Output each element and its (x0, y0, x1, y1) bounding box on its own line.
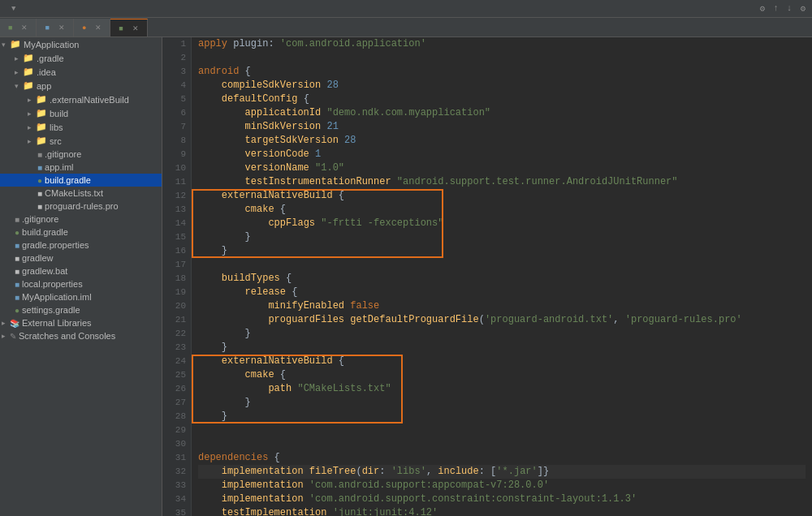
folder-icon: 📁 (23, 80, 34, 91)
sidebar-item-app[interactable]: ▾ 📁 app (0, 79, 162, 92)
sidebar-item-build-gradle-root[interactable]: ● build.gradle (0, 226, 162, 239)
code-line: externalNativeBuild { (198, 189, 806, 203)
file-icon: ■ (37, 163, 42, 172)
sidebar-item-build-gradle[interactable]: ● build.gradle (0, 174, 162, 187)
sidebar-item-label: .idea (37, 67, 56, 77)
expand-icon: ▾ (2, 41, 8, 49)
top-bar-dropdown-icon[interactable]: ▼ (11, 5, 15, 13)
folder-icon: 📁 (36, 108, 47, 118)
tab-local-props[interactable]: ■ ✕ (37, 19, 73, 37)
folder-icon: 📁 (10, 39, 21, 49)
tab-myapplication-icon: ● (82, 24, 86, 32)
code-content[interactable]: apply plugin: 'com.android.application'a… (192, 37, 812, 516)
tab-app-close[interactable]: ✕ (132, 24, 139, 32)
code-line: } (198, 396, 806, 410)
sidebar-item-cmakelists[interactable]: ■ CMakeLists.txt (0, 187, 162, 200)
tab-activity-main-icon: ■ (8, 24, 12, 32)
folder-icon: 📁 (36, 135, 47, 146)
code-line: defaultConfig { (198, 92, 806, 106)
sidebar-item-myapp-iml[interactable]: ■ MyApplication.iml (0, 290, 162, 303)
code-line: compileSdkVersion 28 (198, 79, 806, 92)
sidebar-item-app-iml[interactable]: ■ app.iml (0, 161, 162, 174)
code-line: externalNativeBuild { (198, 355, 806, 368)
more-icon[interactable]: ⚙ (800, 3, 806, 14)
up-icon[interactable]: ↑ (773, 3, 779, 14)
sidebar-item-gitignore-root[interactable]: ■ .gitignore (0, 213, 162, 226)
expand-icon: ▸ (28, 96, 34, 104)
folder-icon: 📁 (36, 122, 47, 132)
sidebar-item-libs[interactable]: ▸ 📁 libs (0, 120, 162, 134)
sidebar-item-label: local.properties (22, 279, 83, 289)
code-line: } (198, 244, 806, 258)
sidebar-item-externalnativebuild[interactable]: ▸ 📁 .externalNativeBuild (0, 92, 162, 106)
sidebar-item-local-props[interactable]: ■ local.properties (0, 277, 162, 290)
sidebar-item-proguard[interactable]: ■ proguard-rules.pro (0, 200, 162, 213)
settings-icon[interactable]: ⚙ (760, 3, 766, 14)
code-line (198, 51, 806, 65)
main-content: ▾ 📁 MyApplication ▸ 📁 .gradle ▸ 📁 .idea … (0, 37, 812, 516)
tab-app[interactable]: ■ ✕ (110, 19, 147, 37)
folder-icon: 📚 (10, 319, 19, 328)
sidebar-item-label: .gitignore (45, 149, 81, 159)
code-line: android { (198, 65, 806, 79)
sidebar-item-label: src (50, 136, 62, 146)
expand-icon: ▸ (28, 123, 34, 131)
code-line: cmake { (198, 203, 806, 217)
file-icon: ■ (15, 280, 19, 289)
expand-icon: ▸ (28, 137, 34, 145)
code-line: implementation 'com.android.support.cons… (198, 492, 806, 506)
sidebar-item-external-libraries[interactable]: ▸ 📚 External Libraries (0, 316, 162, 329)
file-icon: ■ (15, 267, 19, 276)
sidebar-item-label: CMakeLists.txt (45, 188, 103, 198)
folder-icon: 📁 (23, 67, 34, 77)
sidebar-item-label: app (37, 81, 51, 91)
tab-myapplication[interactable]: ● ✕ (74, 19, 110, 37)
folder-icon: 📁 (36, 94, 47, 105)
file-icon: ■ (37, 150, 42, 159)
expand-icon: ▾ (15, 82, 21, 90)
sidebar-item-label: .gradle (37, 54, 64, 63)
sidebar-item-scratches[interactable]: ▸ ✎ Scratches and Consoles (0, 329, 162, 342)
code-line: implementation 'com.android.support:appc… (198, 479, 806, 492)
sidebar-item-src[interactable]: ▸ 📁 src (0, 134, 162, 148)
sidebar-item-label: build (50, 109, 68, 118)
sidebar-item-myapplication[interactable]: ▾ 📁 MyApplication (0, 37, 162, 51)
code-line: minifyEnabled false (198, 299, 806, 313)
code-container: 1234567891011121314151617181920212223242… (162, 37, 812, 516)
sidebar-item-label: libs (50, 123, 63, 132)
tab-app-icon: ■ (119, 24, 123, 32)
top-bar: ▼ ⚙ ↑ ↓ ⚙ (0, 0, 812, 18)
expand-icon: ▸ (2, 319, 8, 327)
code-line: release { (198, 286, 806, 299)
file-icon: ■ (15, 293, 19, 302)
expand-icon: ▸ (15, 54, 21, 62)
sidebar-item-build[interactable]: ▸ 📁 build (0, 106, 162, 120)
sidebar-item-gitignore-app[interactable]: ■ .gitignore (0, 148, 162, 161)
sidebar-item-gradlew[interactable]: ■ gradlew (0, 252, 162, 264)
tab-activity-main-close[interactable]: ✕ (21, 24, 28, 32)
sidebar-item-label: MyApplication (24, 40, 79, 49)
file-icon: ● (37, 176, 42, 185)
sidebar-item-idea[interactable]: ▸ 📁 .idea (0, 65, 162, 79)
code-line: versionName "1.0" (198, 161, 806, 175)
tab-activity-main[interactable]: ■ ✕ (0, 19, 37, 37)
sidebar-item-label: settings.gradle (22, 305, 80, 315)
editor[interactable]: 1234567891011121314151617181920212223242… (162, 37, 812, 516)
down-icon[interactable]: ↓ (787, 3, 793, 14)
sidebar-item-settings-gradle[interactable]: ● settings.gradle (0, 303, 162, 316)
sidebar-item-gradlew-bat[interactable]: ■ gradlew.bat (0, 264, 162, 277)
sidebar-item-gradle[interactable]: ▸ 📁 .gradle (0, 51, 162, 65)
scratches-icon: ✎ (10, 332, 16, 341)
tab-local-props-close[interactable]: ✕ (58, 24, 65, 32)
code-line (198, 437, 806, 451)
expand-icon: ▸ (15, 68, 21, 76)
code-line: path "CMakeLists.txt" (198, 382, 806, 396)
tab-myapplication-close[interactable]: ✕ (95, 24, 102, 32)
code-line: versionCode 1 (198, 148, 806, 161)
sidebar-item-label: gradle.properties (22, 240, 89, 250)
file-icon: ■ (15, 254, 19, 263)
sidebar-item-label: .externalNativeBuild (50, 95, 129, 105)
code-line: targetSdkVersion 28 (198, 134, 806, 148)
tabs-bar: ■ ✕ ■ ✕ ● ✕ ■ ✕ (0, 18, 812, 37)
sidebar-item-gradle-props[interactable]: ■ gradle.properties (0, 239, 162, 252)
